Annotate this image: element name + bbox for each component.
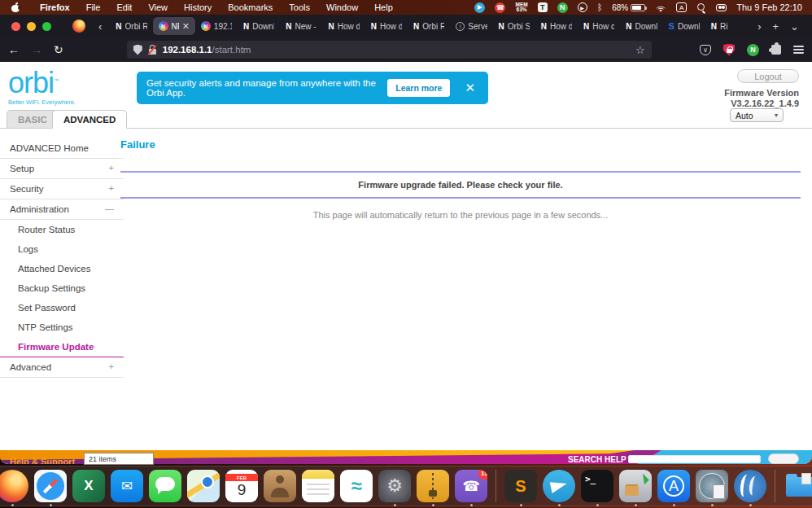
browser-tab-13[interactable]: SDownl <box>663 17 705 35</box>
dock-winbox[interactable] <box>732 466 768 506</box>
minimize-window-button[interactable] <box>27 22 36 31</box>
browser-tab-7[interactable]: NOrbi R <box>408 17 450 35</box>
dock-viber[interactable]: ☎13 <box>453 466 489 506</box>
dock-mail[interactable]: ✉ <box>109 466 145 506</box>
viber-menubar-icon[interactable]: ☎ <box>495 2 505 13</box>
browser-tab-11[interactable]: NHow d <box>578 17 620 35</box>
sidebar-item-attached-devices[interactable]: Attached Devices <box>0 259 124 278</box>
list-all-tabs-button[interactable]: ⌄ <box>790 20 799 33</box>
menu-item-window[interactable]: Window <box>318 2 366 12</box>
dock-downloads-folder[interactable] <box>782 466 812 506</box>
tab-close-icon[interactable]: ✕ <box>182 21 190 32</box>
back-button[interactable]: ← <box>8 43 20 56</box>
sidebar-item-setup[interactable]: Setup+ <box>0 159 124 179</box>
menu-item-tools[interactable]: Tools <box>281 2 318 12</box>
dock-archiver[interactable] <box>415 466 451 506</box>
close-window-button[interactable] <box>11 22 20 31</box>
tab-basic[interactable]: BASIC <box>7 110 59 129</box>
help-search-input[interactable] <box>628 455 761 463</box>
menu-item-firefox[interactable]: Firefox <box>32 2 78 12</box>
extensions-puzzle-icon[interactable] <box>771 45 781 55</box>
dock-remote-access[interactable] <box>618 466 653 506</box>
memory-indicator[interactable]: MEM63% <box>515 2 527 13</box>
sidebar-item-logs[interactable]: Logs <box>0 239 124 259</box>
browser-tab-8[interactable]: iServe <box>450 17 492 35</box>
dock-excel[interactable]: X <box>71 466 107 506</box>
spotlight-search-icon[interactable] <box>696 2 706 12</box>
expand-icon[interactable]: + <box>109 183 114 193</box>
dock-system-settings[interactable]: ⚙ <box>377 466 413 506</box>
sidebar-item-advanced-home[interactable]: ADVANCED Home <box>0 138 124 159</box>
tab-advanced[interactable]: ADVANCED <box>52 110 127 129</box>
tab-scroll-left-button[interactable]: ‹ <box>98 20 102 33</box>
dock-telegram[interactable] <box>541 466 577 506</box>
browser-tab-4[interactable]: NNew - <box>280 17 322 35</box>
sidebar-item-set-password[interactable]: Set Password <box>0 298 124 318</box>
tracking-protection-shield-icon[interactable] <box>133 45 142 55</box>
dock-app-store[interactable]: A <box>656 466 692 506</box>
browser-tab-6[interactable]: NHow d <box>365 17 408 35</box>
expand-icon[interactable]: + <box>109 163 114 173</box>
dock-calendar[interactable]: FEB9 <box>224 466 260 506</box>
sidebar-item-security[interactable]: Security+ <box>0 179 124 199</box>
telegram-menubar-icon[interactable] <box>474 2 485 13</box>
dock-notes[interactable] <box>300 466 336 506</box>
wifi-icon[interactable] <box>655 3 666 11</box>
sidebar-item-firmware-update[interactable]: Firmware Update <box>0 337 124 357</box>
menu-item-help[interactable]: Help <box>366 2 401 12</box>
browser-tab-3[interactable]: NDownl <box>238 17 280 35</box>
dock-firefox[interactable] <box>0 466 30 506</box>
browser-tab-2[interactable]: 192.16 <box>195 17 238 35</box>
password-manager-shield-icon[interactable] <box>723 44 735 56</box>
sidebar-item-advanced[interactable]: Advanced+ <box>0 357 124 378</box>
nordvpn-menubar-icon[interactable]: N <box>557 2 568 13</box>
expand-icon[interactable]: + <box>109 361 114 371</box>
dock-sublime-text[interactable]: S <box>503 466 539 506</box>
help-search-go-button[interactable] <box>768 453 799 464</box>
insecure-lock-icon[interactable] <box>148 45 157 55</box>
dock-network-utility[interactable] <box>694 466 730 506</box>
dock-grapher[interactable]: ≈ <box>338 466 374 506</box>
sidebar-item-administration[interactable]: Administration— <box>0 199 124 220</box>
input-source-icon[interactable]: A <box>676 2 687 12</box>
browser-tab-5[interactable]: NHow d <box>323 17 365 35</box>
apple-menu-icon[interactable] <box>11 3 20 12</box>
tab-scroll-right-button[interactable]: › <box>757 20 761 33</box>
bluetooth-icon[interactable]: ᛒ <box>597 2 603 12</box>
reload-button[interactable]: ↻ <box>54 43 63 56</box>
browser-tab-0[interactable]: NOrbi R <box>110 17 152 35</box>
browser-tab-1[interactable]: NET✕ <box>153 17 195 35</box>
logout-button[interactable]: Logout <box>737 69 799 83</box>
sidebar-item-backup-settings[interactable]: Backup Settings <box>0 278 124 298</box>
language-select[interactable]: Auto▾ <box>730 108 784 122</box>
help-support-label[interactable]: Help & Support <box>10 457 75 464</box>
sidebar-item-ntp-settings[interactable]: NTP Settings <box>0 318 124 337</box>
dock-terminal[interactable]: >_ <box>579 466 615 506</box>
new-tab-button[interactable]: + <box>773 20 779 33</box>
menu-item-view[interactable]: View <box>140 2 176 12</box>
sidebar-item-router-status[interactable]: Router Status <box>0 220 124 239</box>
dock-safari[interactable] <box>33 466 68 506</box>
t-app-menubar-icon[interactable]: T <box>538 2 548 12</box>
banner-close-icon[interactable]: ✕ <box>461 81 478 95</box>
nordvpn-extension-icon[interactable]: N <box>747 44 759 56</box>
dock-maps[interactable] <box>186 466 221 506</box>
menu-item-bookmarks[interactable]: Bookmarks <box>220 2 281 12</box>
browser-tab-14[interactable]: NRi <box>705 17 748 35</box>
control-center-icon[interactable] <box>716 4 727 11</box>
dock-messages[interactable] <box>147 466 183 506</box>
learn-more-button[interactable]: Learn more <box>387 79 450 97</box>
browser-tab-9[interactable]: NOrbi S <box>493 17 535 35</box>
menu-item-history[interactable]: History <box>176 2 220 12</box>
menu-item-edit[interactable]: Edit <box>108 2 140 12</box>
browser-tab-10[interactable]: NHow d <box>535 17 578 35</box>
bookmark-star-icon[interactable]: ☆ <box>635 44 645 56</box>
app-menu-icon[interactable] <box>793 46 804 54</box>
battery-indicator[interactable]: 68% <box>612 3 645 12</box>
zoom-window-button[interactable] <box>42 22 51 31</box>
pocket-icon[interactable]: ∨ <box>700 45 711 55</box>
collapse-icon[interactable]: — <box>105 204 114 213</box>
menubar-clock[interactable]: Thu 9 Feb 22:10 <box>736 2 802 12</box>
browser-tab-12[interactable]: NDownl <box>620 17 662 35</box>
url-bar[interactable]: 192.168.1.1/start.htm ☆ <box>127 41 652 59</box>
